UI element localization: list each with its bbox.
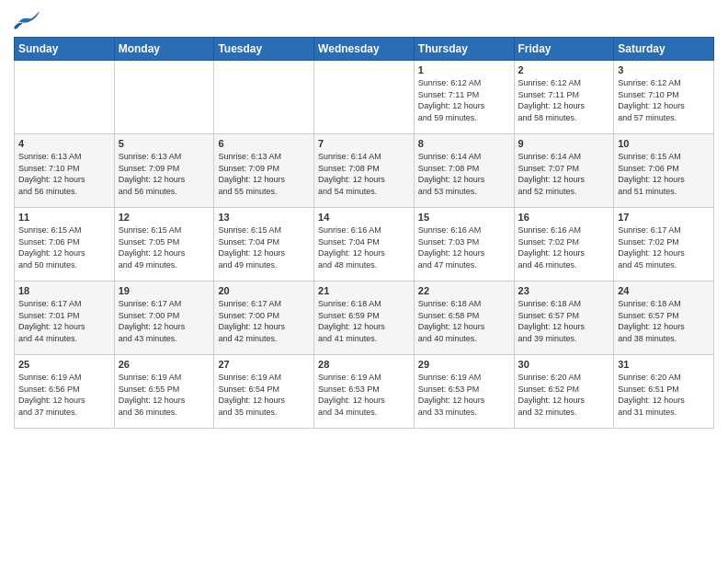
calendar-cell: 13Sunrise: 6:15 AM Sunset: 7:04 PM Dayli… <box>214 208 314 282</box>
calendar-header-saturday: Saturday <box>614 38 714 61</box>
day-number: 29 <box>418 359 510 370</box>
day-number: 10 <box>618 138 710 149</box>
calendar-cell: 14Sunrise: 6:16 AM Sunset: 7:04 PM Dayli… <box>314 208 415 282</box>
calendar-cell: 15Sunrise: 6:16 AM Sunset: 7:03 PM Dayli… <box>414 208 514 282</box>
calendar-table: SundayMondayTuesdayWednesdayThursdayFrid… <box>14 37 714 429</box>
cell-content: Sunrise: 6:17 AM Sunset: 7:02 PM Dayligh… <box>618 224 710 270</box>
day-number: 21 <box>318 285 410 296</box>
cell-content: Sunrise: 6:14 AM Sunset: 7:08 PM Dayligh… <box>318 151 410 197</box>
cell-content: Sunrise: 6:12 AM Sunset: 7:11 PM Dayligh… <box>518 77 610 123</box>
cell-content: Sunrise: 6:20 AM Sunset: 6:51 PM Dayligh… <box>618 372 710 418</box>
calendar-cell <box>314 61 415 134</box>
cell-content: Sunrise: 6:19 AM Sunset: 6:54 PM Dayligh… <box>218 372 310 418</box>
calendar-cell <box>114 61 214 134</box>
cell-content: Sunrise: 6:15 AM Sunset: 7:05 PM Dayligh… <box>119 224 210 270</box>
calendar-cell: 23Sunrise: 6:18 AM Sunset: 6:57 PM Dayli… <box>514 282 614 355</box>
day-number: 23 <box>518 285 610 296</box>
logo-bird-icon <box>14 9 40 29</box>
cell-content: Sunrise: 6:19 AM Sunset: 6:53 PM Dayligh… <box>318 372 410 418</box>
calendar-cell: 1Sunrise: 6:12 AM Sunset: 7:11 PM Daylig… <box>414 61 514 134</box>
calendar-body: 1Sunrise: 6:12 AM Sunset: 7:11 PM Daylig… <box>15 61 714 429</box>
calendar-header-tuesday: Tuesday <box>214 38 314 61</box>
calendar-cell: 16Sunrise: 6:16 AM Sunset: 7:02 PM Dayli… <box>514 208 614 282</box>
cell-content: Sunrise: 6:15 AM Sunset: 7:06 PM Dayligh… <box>618 151 710 197</box>
cell-content: Sunrise: 6:19 AM Sunset: 6:56 PM Dayligh… <box>18 372 110 418</box>
day-number: 19 <box>119 285 210 296</box>
calendar-cell: 2Sunrise: 6:12 AM Sunset: 7:11 PM Daylig… <box>514 61 614 134</box>
calendar-cell <box>214 61 314 134</box>
calendar-cell: 24Sunrise: 6:18 AM Sunset: 6:57 PM Dayli… <box>614 282 714 355</box>
cell-content: Sunrise: 6:19 AM Sunset: 6:53 PM Dayligh… <box>418 372 510 418</box>
cell-content: Sunrise: 6:14 AM Sunset: 7:08 PM Dayligh… <box>418 151 510 197</box>
calendar-header-row: SundayMondayTuesdayWednesdayThursdayFrid… <box>15 38 714 61</box>
calendar-week-4: 18Sunrise: 6:17 AM Sunset: 7:01 PM Dayli… <box>15 282 714 355</box>
cell-content: Sunrise: 6:19 AM Sunset: 6:55 PM Dayligh… <box>119 372 210 418</box>
cell-content: Sunrise: 6:18 AM Sunset: 6:57 PM Dayligh… <box>518 298 610 344</box>
calendar-cell: 9Sunrise: 6:14 AM Sunset: 7:07 PM Daylig… <box>514 134 614 208</box>
cell-content: Sunrise: 6:13 AM Sunset: 7:09 PM Dayligh… <box>119 151 210 197</box>
calendar-header-monday: Monday <box>114 38 214 61</box>
day-number: 26 <box>119 359 210 370</box>
cell-content: Sunrise: 6:18 AM Sunset: 6:58 PM Dayligh… <box>418 298 510 344</box>
calendar-cell: 22Sunrise: 6:18 AM Sunset: 6:58 PM Dayli… <box>414 282 514 355</box>
calendar-cell <box>15 61 115 134</box>
day-number: 22 <box>418 285 510 296</box>
day-number: 1 <box>418 64 510 75</box>
calendar-cell: 5Sunrise: 6:13 AM Sunset: 7:09 PM Daylig… <box>114 134 214 208</box>
day-number: 24 <box>618 285 710 296</box>
logo <box>14 9 43 29</box>
cell-content: Sunrise: 6:15 AM Sunset: 7:06 PM Dayligh… <box>18 224 110 270</box>
calendar-cell: 17Sunrise: 6:17 AM Sunset: 7:02 PM Dayli… <box>614 208 714 282</box>
cell-content: Sunrise: 6:14 AM Sunset: 7:07 PM Dayligh… <box>518 151 610 197</box>
day-number: 30 <box>518 359 610 370</box>
calendar-cell: 20Sunrise: 6:17 AM Sunset: 7:00 PM Dayli… <box>214 282 314 355</box>
day-number: 27 <box>218 359 310 370</box>
day-number: 25 <box>18 359 110 370</box>
calendar-header-thursday: Thursday <box>414 38 514 61</box>
cell-content: Sunrise: 6:15 AM Sunset: 7:04 PM Dayligh… <box>218 224 310 270</box>
calendar-cell: 28Sunrise: 6:19 AM Sunset: 6:53 PM Dayli… <box>314 355 415 429</box>
day-number: 4 <box>18 138 110 149</box>
calendar-cell: 21Sunrise: 6:18 AM Sunset: 6:59 PM Dayli… <box>314 282 415 355</box>
calendar-cell: 29Sunrise: 6:19 AM Sunset: 6:53 PM Dayli… <box>414 355 514 429</box>
day-number: 13 <box>218 212 310 223</box>
calendar-cell: 18Sunrise: 6:17 AM Sunset: 7:01 PM Dayli… <box>15 282 115 355</box>
day-number: 8 <box>418 138 510 149</box>
cell-content: Sunrise: 6:17 AM Sunset: 7:00 PM Dayligh… <box>218 298 310 344</box>
day-number: 7 <box>318 138 410 149</box>
calendar-week-2: 4Sunrise: 6:13 AM Sunset: 7:10 PM Daylig… <box>15 134 714 208</box>
day-number: 6 <box>218 138 310 149</box>
calendar-week-3: 11Sunrise: 6:15 AM Sunset: 7:06 PM Dayli… <box>15 208 714 282</box>
calendar-header-sunday: Sunday <box>15 38 115 61</box>
calendar-cell: 25Sunrise: 6:19 AM Sunset: 6:56 PM Dayli… <box>15 355 115 429</box>
cell-content: Sunrise: 6:13 AM Sunset: 7:10 PM Dayligh… <box>18 151 110 197</box>
calendar-cell: 8Sunrise: 6:14 AM Sunset: 7:08 PM Daylig… <box>414 134 514 208</box>
day-number: 15 <box>418 212 510 223</box>
cell-content: Sunrise: 6:17 AM Sunset: 7:00 PM Dayligh… <box>119 298 210 344</box>
cell-content: Sunrise: 6:16 AM Sunset: 7:03 PM Dayligh… <box>418 224 510 270</box>
calendar-cell: 7Sunrise: 6:14 AM Sunset: 7:08 PM Daylig… <box>314 134 415 208</box>
calendar-cell: 6Sunrise: 6:13 AM Sunset: 7:09 PM Daylig… <box>214 134 314 208</box>
cell-content: Sunrise: 6:16 AM Sunset: 7:02 PM Dayligh… <box>518 224 610 270</box>
calendar-cell: 12Sunrise: 6:15 AM Sunset: 7:05 PM Dayli… <box>114 208 214 282</box>
calendar-week-1: 1Sunrise: 6:12 AM Sunset: 7:11 PM Daylig… <box>15 61 714 134</box>
day-number: 17 <box>618 212 710 223</box>
day-number: 16 <box>518 212 610 223</box>
day-number: 31 <box>618 359 710 370</box>
cell-content: Sunrise: 6:12 AM Sunset: 7:11 PM Dayligh… <box>418 77 510 123</box>
calendar-cell: 11Sunrise: 6:15 AM Sunset: 7:06 PM Dayli… <box>15 208 115 282</box>
cell-content: Sunrise: 6:18 AM Sunset: 6:59 PM Dayligh… <box>318 298 410 344</box>
day-number: 2 <box>518 64 610 75</box>
page-header <box>14 9 714 29</box>
day-number: 3 <box>618 64 710 75</box>
calendar-week-5: 25Sunrise: 6:19 AM Sunset: 6:56 PM Dayli… <box>15 355 714 429</box>
calendar-cell: 27Sunrise: 6:19 AM Sunset: 6:54 PM Dayli… <box>214 355 314 429</box>
calendar-cell: 31Sunrise: 6:20 AM Sunset: 6:51 PM Dayli… <box>614 355 714 429</box>
day-number: 20 <box>218 285 310 296</box>
calendar-cell: 10Sunrise: 6:15 AM Sunset: 7:06 PM Dayli… <box>614 134 714 208</box>
cell-content: Sunrise: 6:20 AM Sunset: 6:52 PM Dayligh… <box>518 372 610 418</box>
calendar-cell: 4Sunrise: 6:13 AM Sunset: 7:10 PM Daylig… <box>15 134 115 208</box>
calendar-header-wednesday: Wednesday <box>314 38 415 61</box>
day-number: 5 <box>119 138 210 149</box>
cell-content: Sunrise: 6:12 AM Sunset: 7:10 PM Dayligh… <box>618 77 710 123</box>
